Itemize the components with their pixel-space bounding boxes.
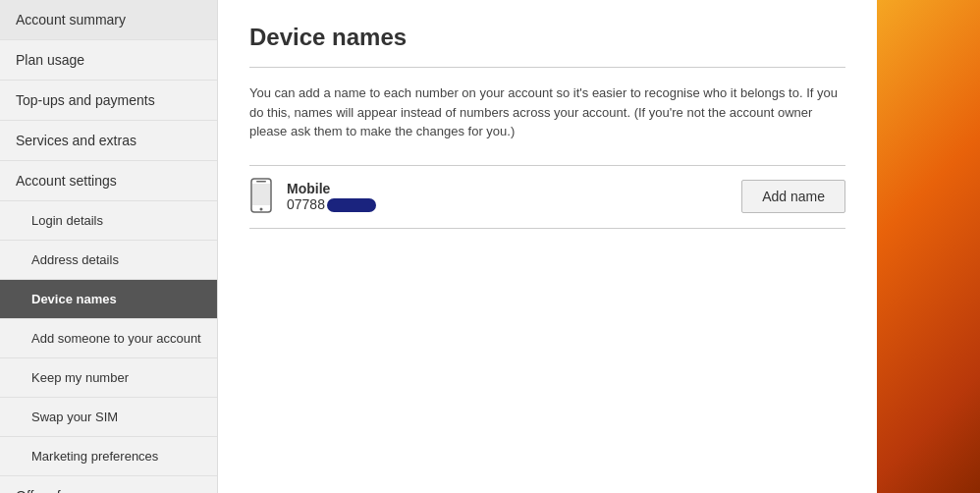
sidebar-item-address-details[interactable]: Address details [0, 241, 217, 280]
svg-point-2 [260, 207, 263, 210]
svg-rect-3 [252, 184, 270, 205]
number-prefix: 07788 [287, 196, 325, 212]
sidebar-item-offers[interactable]: Offers for you [0, 476, 217, 493]
sidebar-item-marketing[interactable]: Marketing preferences [0, 437, 217, 476]
sidebar-item-keep-number[interactable]: Keep my number [0, 358, 217, 398]
divider [249, 67, 845, 68]
sidebar-item-login-details[interactable]: Login details [0, 201, 217, 241]
sidebar: Account summaryPlan usageTop-ups and pay… [0, 0, 218, 493]
sidebar-item-services-extras[interactable]: Services and extras [0, 121, 217, 161]
device-info: Mobile 07788 [287, 181, 741, 212]
decorative-panel [877, 0, 980, 493]
sidebar-item-device-names[interactable]: Device names [0, 280, 217, 319]
device-label: Mobile [287, 181, 741, 196]
mobile-icon [249, 178, 273, 216]
sidebar-item-plan-usage[interactable]: Plan usage [0, 40, 217, 81]
sidebar-item-swap-sim[interactable]: Swap your SIM [0, 398, 217, 437]
svg-rect-1 [256, 181, 266, 183]
sidebar-item-account-summary[interactable]: Account summary [0, 0, 217, 40]
sidebar-item-add-someone[interactable]: Add someone to your account [0, 319, 217, 358]
add-name-button[interactable]: Add name [741, 180, 845, 213]
number-redacted [327, 198, 376, 212]
sidebar-item-account-settings[interactable]: Account settings [0, 161, 217, 201]
device-row: Mobile 07788 Add name [249, 165, 845, 229]
main-content: Device names You can add a name to each … [218, 0, 877, 493]
page-title: Device names [249, 24, 845, 51]
description: You can add a name to each number on you… [249, 83, 845, 141]
device-number: 07788 [287, 196, 741, 212]
sidebar-item-topups[interactable]: Top-ups and payments [0, 81, 217, 121]
